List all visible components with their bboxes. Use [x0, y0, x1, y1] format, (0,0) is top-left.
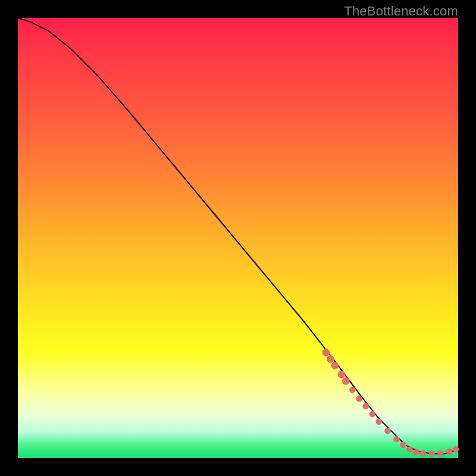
data-marker [407, 446, 413, 452]
data-marker [429, 451, 435, 457]
data-marker [331, 362, 339, 369]
data-marker [437, 450, 443, 456]
data-marker [446, 449, 452, 455]
data-marker [385, 428, 391, 434]
data-marker [420, 450, 426, 456]
plot-area [18, 18, 458, 458]
watermark-text: TheBottleneck.com [344, 4, 458, 19]
data-marker [356, 396, 362, 402]
data-marker [376, 419, 382, 425]
data-marker [453, 446, 459, 452]
data-marker [338, 371, 345, 378]
data-marker [327, 356, 334, 363]
data-marker [342, 378, 349, 385]
chart-frame: TheBottleneck.com [0, 0, 476, 476]
series-curve [18, 18, 458, 454]
data-marker [369, 411, 375, 417]
chart-svg [18, 18, 458, 458]
data-marker [393, 436, 399, 442]
data-marker [414, 449, 419, 455]
data-marker [363, 403, 369, 409]
data-marker [349, 387, 355, 393]
marker-layer [322, 349, 459, 456]
data-marker [322, 349, 330, 356]
data-marker [400, 442, 406, 448]
